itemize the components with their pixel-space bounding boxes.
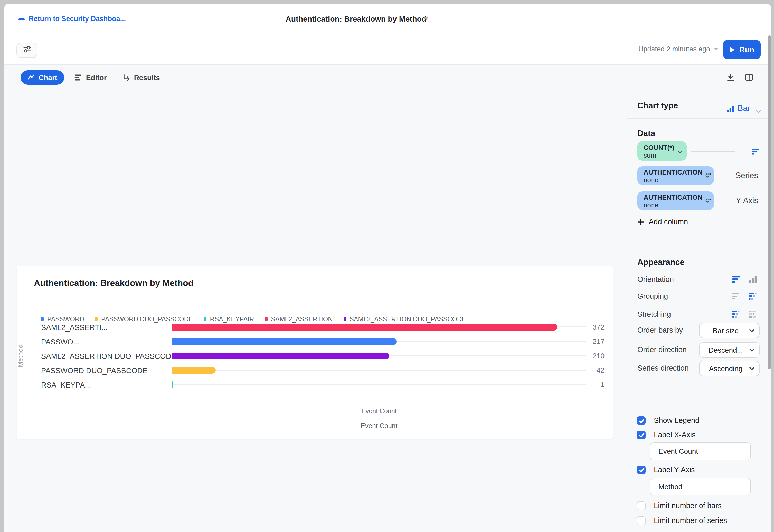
orientation-horizontal-icon[interactable]	[731, 274, 742, 286]
series-direction-select[interactable]: Ascending	[699, 361, 760, 376]
bar-row: SAML2_ASSERTI...372	[17, 320, 613, 334]
chevron-down-icon	[704, 172, 710, 182]
bar-row: SAML2_ASSERTION DUO_PASSCODE210	[17, 349, 613, 363]
updated-status[interactable]: Updated 2 minutes ago	[638, 45, 718, 53]
bar[interactable]	[172, 338, 397, 345]
app-window: Return to Security Dashboa... Authentica…	[4, 4, 771, 532]
bar[interactable]	[172, 367, 215, 373]
stretching-label: Stretching	[637, 310, 671, 318]
bar-value-label: 42	[531, 366, 605, 374]
panel-scrollbar[interactable]	[768, 35, 771, 369]
collapse-dash-icon[interactable]	[18, 18, 25, 20]
tab-editor-label: Editor	[86, 73, 107, 81]
column-pill-series[interactable]: AUTHENTICATION_... none	[637, 166, 714, 185]
axis-gridline	[172, 384, 586, 385]
pill-modifier: none	[644, 201, 658, 209]
play-icon	[730, 46, 735, 53]
label-y-axis-label: Label Y-Axis	[654, 465, 695, 474]
chevron-down-icon	[677, 148, 683, 157]
limit-series-checkbox[interactable]	[637, 516, 646, 525]
bar-value-label: 1	[531, 380, 605, 389]
check-icon	[638, 418, 645, 424]
section-divider	[626, 118, 771, 118]
pill-name: AUTHENTICATION_...	[644, 193, 712, 201]
show-legend-checkbox[interactable]	[637, 416, 646, 425]
category-label: SAML2_ASSERTI...	[41, 323, 108, 332]
bar-value-label: 372	[531, 323, 605, 331]
sliders-icon	[22, 46, 32, 55]
show-legend-label: Show Legend	[654, 416, 699, 425]
orientation-label: Orientation	[637, 275, 674, 283]
check-icon	[638, 432, 645, 438]
line-chart-icon	[27, 73, 35, 81]
return-arrow-icon	[122, 73, 130, 81]
run-button[interactable]: Run	[723, 40, 761, 59]
tab-editor[interactable]: Editor	[74, 73, 107, 81]
sort-bars-icon[interactable]	[751, 147, 760, 158]
label-x-axis-checkbox[interactable]	[637, 431, 646, 439]
order-direction-label: Order direction	[637, 345, 687, 354]
label-x-axis-label: Label X-Axis	[654, 431, 696, 439]
chart-card: Authentication: Breakdown by Method PASS…	[17, 266, 613, 439]
x-axis-label-input[interactable]	[650, 442, 751, 460]
chart-type-value[interactable]: Bar	[738, 104, 750, 113]
grouping-stacked-icon[interactable]	[731, 291, 742, 303]
bar-row: PASSWORD DUO_PASSCODE42	[17, 363, 613, 377]
pill-name: COUNT(*)	[644, 144, 674, 151]
back-to-dashboard-link[interactable]: Return to Security Dashboa...	[29, 15, 126, 23]
series-role-label: Series	[713, 171, 758, 180]
limit-bars-checkbox[interactable]	[637, 501, 646, 510]
grouping-grouped-icon[interactable]	[748, 291, 758, 303]
grouping-label: Grouping	[637, 292, 668, 300]
chevron-down-icon	[749, 366, 755, 371]
chart-type-chevron-icon[interactable]	[755, 107, 762, 116]
text-lines-icon	[74, 73, 82, 81]
x-axis-title-secondary: Event Count	[172, 422, 586, 429]
chart-type-heading: Chart type	[637, 101, 678, 110]
order-direction-select[interactable]: Descend...	[699, 342, 760, 358]
bar[interactable]	[172, 324, 557, 330]
stretching-off-icon[interactable]	[748, 309, 758, 321]
download-button[interactable]	[726, 73, 735, 84]
view-tabs: Objects Editor	[21, 65, 160, 90]
order-bars-by-select[interactable]: Bar size	[699, 323, 760, 338]
bar-row: RSA_KEYPA...1	[17, 377, 613, 392]
column-pill-count[interactable]: COUNT(*) sum	[637, 141, 687, 161]
check-icon	[638, 467, 645, 473]
plus-icon	[637, 218, 644, 225]
download-icon	[726, 73, 735, 82]
bar-value-label: 210	[531, 352, 605, 360]
stretching-on-icon[interactable]	[731, 309, 742, 321]
order-direction-value: Descend...	[700, 346, 749, 354]
category-label: PASSWORD DUO_PASSCODE	[41, 366, 148, 375]
tab-results-label: Results	[134, 73, 160, 81]
split-view-button[interactable]	[745, 73, 753, 84]
y-axis-label-input[interactable]	[650, 478, 751, 495]
tab-chart[interactable]: Chart	[21, 70, 64, 84]
series-direction-label: Series direction	[637, 364, 689, 372]
title-dropdown-caret-icon[interactable]	[424, 17, 428, 20]
updated-text: Updated 2 minutes ago	[638, 45, 710, 53]
filters-button[interactable]	[16, 43, 37, 58]
column-pill-yaxis[interactable]: AUTHENTICATION_... none	[637, 191, 714, 210]
panel-divider	[626, 89, 627, 532]
bar[interactable]	[172, 352, 389, 359]
limit-series-label: Limit number of series	[654, 516, 727, 525]
updated-caret-icon	[714, 48, 718, 50]
label-y-axis-checkbox[interactable]	[637, 465, 646, 474]
appearance-heading: Appearance	[637, 258, 684, 267]
series-direction-value: Ascending	[700, 364, 749, 373]
chevron-down-icon	[704, 198, 710, 207]
split-panel-icon	[745, 73, 753, 82]
axis-gridline	[172, 370, 586, 371]
limit-bars-label: Limit number of bars	[654, 501, 722, 510]
add-column-button[interactable]: Add column	[637, 218, 688, 226]
view-tab-strip: Objects Editor	[4, 64, 771, 89]
data-heading: Data	[637, 129, 655, 138]
chevron-down-icon	[749, 328, 755, 333]
tab-results[interactable]: Results	[122, 73, 160, 81]
category-label: RSA_KEYPA...	[41, 381, 91, 389]
bar[interactable]	[172, 381, 173, 388]
pill-modifier: none	[644, 176, 658, 183]
orientation-vertical-icon[interactable]	[748, 274, 758, 286]
